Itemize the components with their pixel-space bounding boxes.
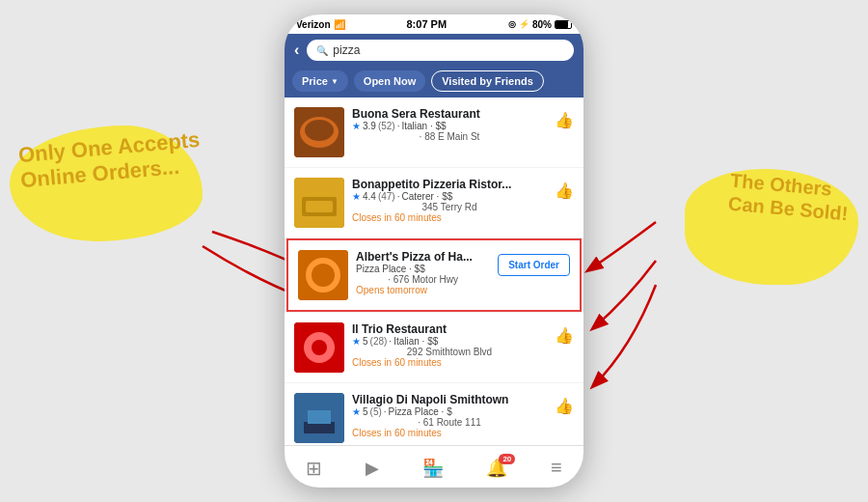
type-1: Italian · $$ xyxy=(401,121,446,131)
restaurant-item-2[interactable]: Bonappetito Pizzeria Ristor... ★ 4.4 (47… xyxy=(285,168,583,237)
star-icon-4: ★ xyxy=(352,336,361,347)
restaurant-item-1[interactable]: Buona Sera Restaurant ★ 3.9 (52) · Itali… xyxy=(285,98,583,167)
status-2: Closes in 60 minutes xyxy=(352,212,547,223)
wifi-icon: 📶 xyxy=(334,19,345,30)
address-2: 345 Terry Rd xyxy=(352,202,547,212)
restaurant-list: Buona Sera Restaurant ★ 3.9 (52) · Itali… xyxy=(285,98,583,445)
rating-value-4: 5 xyxy=(363,336,368,347)
like-button-1[interactable]: 👍 xyxy=(555,111,574,129)
address-4: 292 Smithtown Blvd xyxy=(352,347,547,357)
star-icon: ★ xyxy=(352,121,361,131)
status-time: 8:07 PM xyxy=(406,18,447,30)
search-box[interactable]: 🔍 pizza xyxy=(307,40,574,61)
separator-2: · xyxy=(397,191,400,202)
restaurant-image-4 xyxy=(294,322,344,373)
address-1: · 88 E Main St xyxy=(352,131,547,142)
start-order-button[interactable]: Start Order xyxy=(498,254,570,276)
star-icon-2: ★ xyxy=(352,191,361,202)
star-icon-5: ★ xyxy=(352,406,361,417)
restaurant-name-1: Buona Sera Restaurant xyxy=(352,107,547,121)
nav-menu[interactable]: ≡ xyxy=(551,457,562,479)
status-right: ◎ ⚡ 80% xyxy=(508,19,572,30)
nav-notifications[interactable]: 🔔 20 xyxy=(486,458,507,479)
carrier-name: Verizon xyxy=(296,19,331,30)
type-5: Pizza Place · $ xyxy=(389,406,452,417)
review-count-4: (28) xyxy=(370,336,388,347)
review-count-1: (52) xyxy=(378,121,395,131)
status-carrier: Verizon 📶 xyxy=(296,19,345,30)
svg-point-16 xyxy=(312,340,327,355)
separator-1: · xyxy=(397,121,400,131)
filter-visited-by-friends[interactable]: Visited by Friends xyxy=(431,70,544,92)
review-count-2: (47) xyxy=(378,191,395,202)
restaurant-item-5[interactable]: Villagio Di Napoli Smithtown ★ 5 (5) · P… xyxy=(285,383,583,445)
separator-4: · xyxy=(389,336,392,347)
like-button-4[interactable]: 👍 xyxy=(555,326,574,345)
like-button-5[interactable]: 👍 xyxy=(555,397,574,415)
restaurant-info-4: Il Trio Restaurant ★ 5 (28) · Italian · … xyxy=(352,322,547,368)
back-button[interactable]: ‹ xyxy=(294,42,299,59)
notification-badge: 20 xyxy=(499,454,515,464)
review-count-5: (5) xyxy=(370,406,382,417)
restaurant-name-4: Il Trio Restaurant xyxy=(352,322,547,336)
home-icon: ⊞ xyxy=(306,457,322,480)
restaurant-name-3: Albert's Pizza of Ha... xyxy=(356,250,490,264)
bottom-nav: ⊞ ▶ 🏪 🔔 20 ≡ xyxy=(285,445,583,488)
svg-point-7 xyxy=(305,120,334,141)
restaurant-image-3 xyxy=(298,250,348,300)
filter-tabs: Price ▼ Open Now Visited by Friends xyxy=(285,67,583,98)
svg-rect-19 xyxy=(308,410,331,424)
search-icon: 🔍 xyxy=(316,45,328,56)
search-query: pizza xyxy=(333,43,360,57)
address-5: · 61 Route 111 xyxy=(352,417,547,428)
restaurant-name-5: Villagio Di Napoli Smithtown xyxy=(352,393,547,406)
search-bar-container: ‹ 🔍 pizza xyxy=(285,34,583,67)
type-4: Italian · $$ xyxy=(393,336,438,347)
restaurant-rating-1: ★ 3.9 (52) · Italian · $$ xyxy=(352,121,547,131)
separator-5: · xyxy=(384,406,387,417)
price-label: Price xyxy=(302,75,328,87)
restaurant-name-2: Bonappetito Pizzeria Ristor... xyxy=(352,178,547,191)
restaurant-image-1 xyxy=(294,107,344,157)
like-button-2[interactable]: 👍 xyxy=(555,181,574,200)
restaurant-info-5: Villagio Di Napoli Smithtown ★ 5 (5) · P… xyxy=(352,393,547,438)
restaurant-image-2 xyxy=(294,178,344,228)
menu-icon: ≡ xyxy=(551,457,562,479)
status-3: Opens tomorrow xyxy=(356,285,490,295)
status-bar: Verizon 📶 8:07 PM ◎ ⚡ 80% xyxy=(285,14,583,34)
nav-video[interactable]: ▶ xyxy=(366,458,379,479)
battery-level: 80% xyxy=(532,19,552,30)
status-5: Closes in 60 minutes xyxy=(352,428,547,438)
status-4: Closes in 60 minutes xyxy=(352,357,547,368)
video-icon: ▶ xyxy=(366,458,379,479)
type-2: Caterer · $$ xyxy=(401,191,452,202)
restaurant-item-4[interactable]: Il Trio Restaurant ★ 5 (28) · Italian · … xyxy=(285,313,583,382)
nav-marketplace[interactable]: 🏪 xyxy=(422,458,444,479)
restaurant-info-1: Buona Sera Restaurant ★ 3.9 (52) · Itali… xyxy=(352,107,547,142)
location-icon: ◎ xyxy=(508,19,516,29)
address-3: · 676 Motor Hwy xyxy=(356,274,490,285)
filter-price[interactable]: Price ▼ xyxy=(292,70,348,92)
visited-label: Visited by Friends xyxy=(442,75,533,87)
restaurant-image-5 xyxy=(294,393,344,443)
open-now-label: Open Now xyxy=(364,75,416,87)
restaurant-rating-4: ★ 5 (28) · Italian · $$ xyxy=(352,336,547,347)
phone-mockup: Verizon 📶 8:07 PM ◎ ⚡ 80% ‹ 🔍 xyxy=(285,14,583,488)
svg-point-13 xyxy=(312,264,335,287)
battery-indicator xyxy=(555,20,572,29)
marketplace-icon: 🏪 xyxy=(422,458,444,479)
restaurant-item-3[interactable]: Albert's Pizza of Ha... Pizza Place · $$… xyxy=(286,238,582,312)
restaurant-rating-2: ★ 4.4 (47) · Caterer · $$ xyxy=(352,191,547,202)
battery-icon: ⚡ xyxy=(519,19,529,29)
filter-open-now[interactable]: Open Now xyxy=(354,70,425,92)
svg-rect-10 xyxy=(306,201,333,212)
restaurant-rating-5: ★ 5 (5) · Pizza Place · $ xyxy=(352,406,547,417)
rating-value-5: 5 xyxy=(363,406,368,417)
nav-home[interactable]: ⊞ xyxy=(306,457,322,480)
phone-screen: Verizon 📶 8:07 PM ◎ ⚡ 80% ‹ 🔍 xyxy=(285,14,583,488)
restaurant-info-3: Albert's Pizza of Ha... Pizza Place · $$… xyxy=(356,250,490,295)
restaurant-info-2: Bonappetito Pizzeria Ristor... ★ 4.4 (47… xyxy=(352,178,547,223)
rating-value-2: 4.4 xyxy=(363,191,376,202)
rating-value-1: 3.9 xyxy=(363,121,376,131)
restaurant-type-3: Pizza Place · $$ xyxy=(356,264,490,274)
